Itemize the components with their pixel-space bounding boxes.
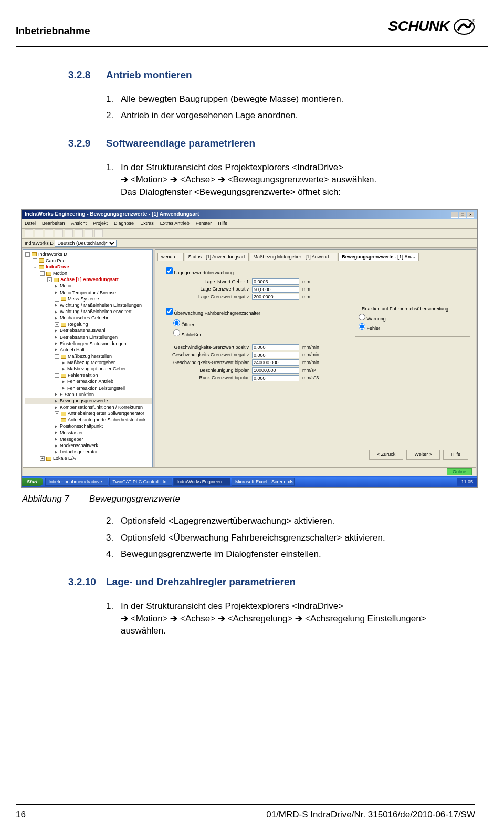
tab[interactable]: wendu… bbox=[158, 253, 184, 262]
page-header-title: Inbetriebnahme bbox=[16, 16, 90, 38]
field-unit: mm bbox=[302, 278, 328, 285]
field-input[interactable] bbox=[252, 286, 299, 293]
tab[interactable]: Status - [1] Anwendungsart bbox=[185, 253, 249, 262]
menu-item[interactable]: Fenster bbox=[196, 221, 212, 226]
tree-node[interactable]: Messtaster bbox=[25, 430, 152, 436]
field-input[interactable] bbox=[252, 359, 299, 366]
tree-node[interactable]: -Fehlerreaktion bbox=[25, 372, 152, 378]
wizard-button[interactable]: < Zurück bbox=[369, 450, 403, 460]
toolbar-button[interactable] bbox=[45, 229, 53, 237]
menu-item[interactable]: Extras bbox=[140, 221, 154, 226]
tree-node[interactable]: Maßbezug Motorgeber bbox=[25, 359, 152, 366]
list-number: 4. bbox=[106, 548, 121, 561]
checkbox-lagegrenzwert[interactable] bbox=[166, 267, 173, 274]
arrow-icon: ➔ bbox=[218, 174, 225, 184]
tree-node[interactable]: Motor bbox=[25, 283, 152, 289]
tree-node[interactable]: +Lokale E/A bbox=[25, 455, 152, 461]
tree-node[interactable]: Einstellungen Statusmeldungen bbox=[25, 340, 152, 347]
toolbar-button[interactable] bbox=[94, 229, 103, 237]
field-input[interactable] bbox=[252, 278, 299, 285]
radio-option[interactable] bbox=[173, 319, 180, 326]
tree-node[interactable]: Wichtung / Maßeinheiten erweitert bbox=[25, 308, 152, 315]
close-icon[interactable]: × bbox=[467, 212, 474, 218]
radio-option[interactable] bbox=[359, 323, 365, 330]
tree-node[interactable]: Leitachsgenerator bbox=[25, 449, 152, 455]
toolbar-button[interactable] bbox=[35, 229, 43, 237]
taskbar-item[interactable]: TwinCAT PLC Control - In… bbox=[109, 478, 172, 486]
tree-node[interactable]: Betriebsartenauswahl bbox=[25, 327, 152, 334]
menu-item[interactable]: Ansicht bbox=[71, 221, 87, 226]
text-fragment: <Achsregelung> bbox=[228, 614, 293, 624]
tree-node[interactable]: -IndraDrive bbox=[25, 264, 152, 270]
tree-node[interactable]: Nockenschaltwerk bbox=[25, 442, 152, 449]
field-label: Geschwindigkeits-Grenzwert positiv bbox=[158, 344, 252, 351]
menu-item[interactable]: Projekt bbox=[93, 221, 108, 226]
tree-node[interactable]: +Antriebsintegierter Sollwertgenerator bbox=[25, 410, 152, 417]
tree-node[interactable]: Mechanisches Getriebe bbox=[25, 315, 152, 321]
tree-node[interactable]: Messgeber bbox=[25, 436, 152, 442]
tree-node[interactable]: +Antriebsintegrierte Sicherheitstechnik bbox=[25, 417, 152, 423]
menu-item[interactable]: Bearbeiten bbox=[42, 221, 65, 226]
tree-node[interactable]: Bewegungsgrenzwerte bbox=[25, 398, 152, 404]
field-input[interactable] bbox=[252, 352, 299, 358]
field-label: Lage-Grenzwert positiv bbox=[158, 286, 252, 293]
wizard-button[interactable]: Hilfe bbox=[443, 450, 468, 460]
footer-page-number: 16 bbox=[16, 808, 26, 821]
tree-node[interactable]: Maßbezug optionaler Geber bbox=[25, 366, 152, 372]
minimize-icon[interactable]: _ bbox=[451, 212, 458, 218]
list-number: 3. bbox=[106, 532, 121, 544]
project-tree[interactable]: -IndraWorks D+Cam Pool-IndraDrive-Motion… bbox=[23, 249, 153, 468]
radio-option[interactable] bbox=[173, 329, 180, 336]
taskbar-item[interactable]: Inbetriebnahmeindradrive… bbox=[45, 478, 108, 486]
wizard-button[interactable]: Weiter > bbox=[406, 450, 440, 460]
maximize-icon[interactable]: □ bbox=[459, 212, 466, 218]
tree-node[interactable]: Positionsschaltpunkt bbox=[25, 423, 152, 429]
field-input[interactable] bbox=[252, 367, 299, 374]
tab[interactable]: Maßbezug Motorgeber - [1] Anwend… bbox=[250, 253, 338, 262]
taskbar-item[interactable]: IndraWorks Engineeri… bbox=[173, 478, 230, 486]
tree-node[interactable]: Betriebsarten Einstellungen bbox=[25, 334, 152, 340]
radio-option[interactable] bbox=[359, 314, 365, 320]
field-input[interactable] bbox=[252, 344, 299, 350]
tree-node[interactable]: -Achse [1] Anwendungsart bbox=[25, 276, 152, 283]
field-input[interactable] bbox=[252, 375, 299, 381]
menu-item[interactable]: Extras Antrieb bbox=[160, 221, 190, 226]
tree-node[interactable]: Fehlerreaktion Antrieb bbox=[25, 378, 152, 385]
field-input[interactable] bbox=[252, 294, 299, 300]
tree-node[interactable]: Kompensationsfunktionen / Korrekturen bbox=[25, 404, 152, 410]
tree-node[interactable]: -Maßbezug herstellen bbox=[25, 353, 152, 359]
tree-node[interactable]: -IndraWorks D bbox=[25, 251, 152, 257]
tree-node[interactable]: +Cam Pool bbox=[25, 257, 152, 264]
tree-node[interactable]: MotorTemperatur / Bremse bbox=[25, 289, 152, 296]
section-title-328: Antrieb montieren bbox=[106, 68, 192, 82]
field-label: Beschleunigung bipolar bbox=[158, 367, 252, 374]
figure-caption-text: Bewegungsgrenzwerte bbox=[89, 493, 180, 505]
arrow-icon: ➔ bbox=[121, 614, 128, 624]
tree-node[interactable]: -Motion bbox=[25, 270, 152, 276]
toolbar-button[interactable] bbox=[25, 229, 33, 237]
tree-node[interactable]: Fehlerreaktion Leistungsteil bbox=[25, 385, 152, 391]
start-button[interactable]: Start bbox=[22, 478, 43, 486]
menu-item[interactable]: Diagnose bbox=[114, 221, 134, 226]
toolbar-button[interactable] bbox=[85, 229, 93, 237]
svg-text:®: ® bbox=[472, 18, 475, 23]
toolbar-button[interactable] bbox=[55, 229, 63, 237]
menu-item[interactable]: Hilfe bbox=[218, 221, 227, 226]
menu-bar: DateiBearbeitenAnsichtProjektDiagnoseExt… bbox=[22, 219, 477, 229]
tree-node[interactable]: +Regelung bbox=[25, 321, 152, 327]
tree-node[interactable]: +Mess-Systeme bbox=[25, 296, 152, 302]
tree-node[interactable]: Wichtung / Maßeinheiten Einstellungen bbox=[25, 302, 152, 308]
tree-node[interactable]: Antrieb Halt bbox=[25, 347, 152, 353]
toolbar-button[interactable] bbox=[75, 229, 83, 237]
window-control-buttons: _□× bbox=[450, 211, 474, 218]
taskbar-item[interactable]: Microsoft Excel - Screen.xls bbox=[232, 478, 295, 486]
toolbar-button[interactable] bbox=[65, 229, 73, 237]
list-text: Alle bewegten Baugruppen (bewegte Masse)… bbox=[121, 93, 459, 106]
tree-node[interactable]: E-Stop-Funktion bbox=[25, 391, 152, 398]
tab[interactable]: Bewegungsgrenzwerte - [1] An… bbox=[338, 253, 419, 262]
checkbox-fahrbereich[interactable] bbox=[166, 308, 173, 315]
arrow-icon: ➔ bbox=[121, 174, 128, 184]
language-select[interactable]: Deutsch (Deutschland)* bbox=[55, 240, 117, 247]
menu-item[interactable]: Datei bbox=[25, 221, 36, 226]
brand-logo-text: SCHUNK bbox=[388, 18, 449, 34]
